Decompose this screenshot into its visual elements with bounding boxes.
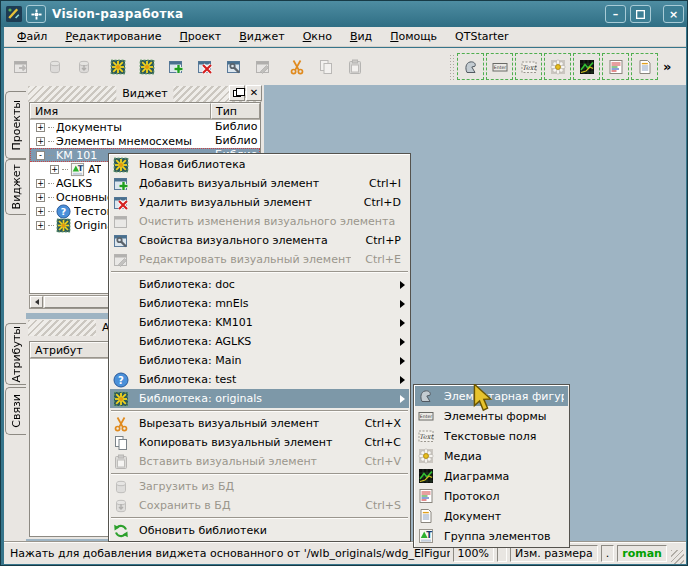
menubar-item-проект[interactable]: Проект — [170, 28, 230, 45]
expand-icon[interactable]: + — [36, 207, 45, 216]
menubar-item-редактирование[interactable]: Редактирование — [56, 28, 170, 45]
menu-item[interactable]: Очистить изменения визуального элемента — [110, 212, 409, 231]
submenu-arrow-icon — [400, 319, 405, 327]
tree-column-type[interactable]: Тип — [211, 103, 260, 119]
toolbar-separator — [277, 54, 282, 80]
dock-float-button[interactable] — [229, 85, 245, 101]
tree-row[interactable]: +ДокументыБиблио — [30, 120, 260, 134]
diagram-icon — [418, 468, 434, 484]
system-menu-button[interactable] — [26, 5, 46, 23]
titlebar[interactable]: Vision-разработка – × — [1, 1, 688, 27]
dock-close-icon[interactable]: ✕ — [246, 85, 262, 101]
figure-button[interactable] — [457, 53, 484, 80]
menu-item[interactable]: Добавить визуальный элементCtrl+I — [110, 174, 409, 193]
menu-item[interactable]: Библиотека: doc — [110, 275, 409, 294]
sidebar-tab-атрибуты[interactable]: Атрибуты — [5, 323, 27, 385]
menu-item[interactable]: Загрузить из БД — [110, 477, 409, 496]
menu-item[interactable]: Библиотека: mnEls — [110, 294, 409, 313]
menubar-item-окно[interactable]: Окно — [294, 28, 341, 45]
menu-item[interactable]: Свойства визуального элементаCtrl+P — [110, 231, 409, 250]
add-element-button[interactable] — [162, 53, 189, 80]
minimize-button[interactable]: – — [605, 5, 626, 23]
menubar-item-виджет[interactable]: Виджет — [230, 28, 293, 45]
copy-button[interactable] — [312, 53, 339, 80]
tree-row-label: AT — [88, 163, 101, 176]
library-star-icon — [139, 59, 155, 75]
menu-item[interactable]: TГруппа элементов — [415, 526, 568, 546]
submenu-arrow-icon — [400, 395, 405, 403]
tree-row-label: Документы — [56, 121, 122, 134]
help-icon: ? — [113, 372, 129, 388]
menu-item[interactable]: Обновить библиотеки — [110, 521, 409, 540]
cut-button[interactable] — [283, 53, 310, 80]
sidebar-tab-виджет[interactable]: Виджет — [5, 159, 27, 215]
menu-item[interactable]: Копировать визуальный элементCtrl+C — [110, 433, 409, 452]
sidebar-tab-связи[interactable]: Связи — [5, 387, 27, 435]
menubar-item-помощь[interactable]: Помощь — [381, 28, 446, 45]
menu-item[interactable]: Библиотека: Main — [110, 351, 409, 370]
toolbar-handle[interactable] — [449, 54, 454, 80]
menu-item[interactable]: ?Библиотека: test — [110, 370, 409, 389]
tree-row-type: Библио — [211, 134, 258, 148]
menu-item-label: Документ — [444, 510, 564, 523]
menu-item[interactable]: Удалить визуальный элементCtrl+D — [110, 193, 409, 212]
menubar-item-файл[interactable]: Файл — [8, 28, 56, 45]
menubar-item-вид[interactable]: Вид — [341, 28, 381, 45]
close-button[interactable]: × — [663, 5, 684, 23]
menu-item[interactable]: Новая библиотека — [110, 155, 409, 174]
resize-grip[interactable] — [671, 550, 684, 564]
menu-item[interactable]: Библиотека: originals — [110, 389, 409, 408]
library-star-button[interactable] — [133, 53, 160, 80]
current-user: roman — [617, 545, 667, 562]
db-save-icon — [113, 498, 129, 514]
menu-item[interactable]: Диаграмма — [415, 466, 568, 486]
menu-item[interactable]: Вставить визуальный элементCtrl+V — [110, 452, 409, 471]
db-load-button[interactable] — [41, 53, 68, 80]
menu-item[interactable]: TextТекстовые поля — [415, 426, 568, 446]
menu-item[interactable]: Протокол — [415, 486, 568, 506]
db-save-button[interactable] — [70, 53, 97, 80]
expand-icon[interactable]: + — [36, 193, 45, 202]
menubar-item-qtstarter[interactable]: QTStarter — [446, 28, 518, 45]
collapse-icon[interactable]: - — [36, 151, 45, 160]
menu-item-shortcut: Ctrl+D — [364, 196, 401, 209]
widget-dock-header[interactable]: Виджет ✕ — [28, 86, 262, 102]
maximize-button[interactable] — [630, 5, 651, 23]
expand-icon[interactable]: + — [36, 123, 45, 132]
expand-icon[interactable]: + — [50, 165, 59, 174]
tree-column-name[interactable]: Имя — [30, 103, 211, 119]
media-button[interactable] — [544, 53, 571, 80]
window-title: Vision-разработка — [52, 7, 183, 21]
scroll-thumb[interactable] — [44, 296, 114, 308]
expand-icon[interactable]: + — [36, 221, 45, 230]
delete-element-button[interactable] — [191, 53, 218, 80]
new-library-button[interactable] — [104, 53, 131, 80]
toolbar-overflow-icon[interactable]: » — [663, 59, 671, 74]
menu-item[interactable]: Библиотека: AGLKS — [110, 332, 409, 351]
menu-item-shortcut: Ctrl+E — [365, 253, 401, 266]
diagram-button[interactable] — [573, 53, 600, 80]
exit-button[interactable] — [7, 53, 34, 80]
menu-item[interactable]: Вырезать визуальный элементCtrl+X — [110, 414, 409, 433]
sidebar-tab-проекты[interactable]: Проекты — [5, 91, 27, 159]
paste-button[interactable] — [341, 53, 368, 80]
protocol-icon — [608, 59, 624, 75]
expand-icon[interactable]: + — [36, 179, 45, 188]
expand-icon[interactable]: + — [36, 137, 45, 146]
menu-item[interactable]: Документ — [415, 506, 568, 526]
document-button[interactable] — [631, 53, 658, 80]
properties-element-button[interactable] — [220, 53, 247, 80]
tree-row[interactable]: +Элементы мнемосхемыБиблио — [30, 134, 260, 148]
menu-item[interactable]: Медиа — [415, 446, 568, 466]
menu-item[interactable]: Редактировать визуальный элементCtrl+E — [110, 250, 409, 269]
text-button[interactable]: Text — [515, 53, 542, 80]
menu-item[interactable]: Сохранить в БДCtrl+S — [110, 496, 409, 515]
edit-element-button[interactable] — [249, 53, 276, 80]
scroll-left-icon[interactable] — [30, 296, 43, 308]
menu-item-shortcut: Ctrl+C — [365, 436, 401, 449]
enter-btn-button[interactable]: Enter — [486, 53, 513, 80]
menu-item[interactable]: Библиотека: KM101 — [110, 313, 409, 332]
menu-item-label: Сохранить в БД — [139, 499, 351, 512]
protocol-button[interactable] — [602, 53, 629, 80]
menu-item-shortcut: Ctrl+I — [369, 177, 401, 190]
